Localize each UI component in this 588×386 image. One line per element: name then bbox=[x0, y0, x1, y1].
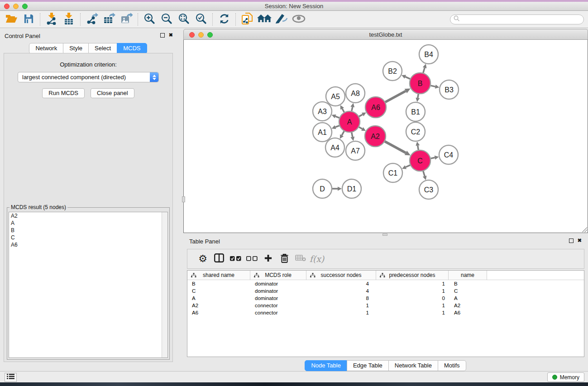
mcds-result-item[interactable]: A bbox=[9, 219, 167, 227]
search-input[interactable] bbox=[450, 14, 584, 24]
clone-network-button[interactable] bbox=[239, 12, 256, 27]
table-row[interactable]: A6connector11A6 bbox=[187, 309, 584, 316]
import-network-button[interactable] bbox=[43, 12, 60, 27]
table-cell[interactable]: 1 bbox=[376, 280, 449, 287]
import-table-button[interactable] bbox=[60, 12, 77, 27]
column-header-shared-name[interactable]: shared name bbox=[187, 271, 250, 280]
table-cell[interactable]: 1 bbox=[376, 309, 449, 316]
tab-select[interactable]: Select bbox=[88, 43, 117, 54]
export-table-button[interactable] bbox=[100, 12, 118, 27]
edge-A-A6[interactable] bbox=[359, 114, 363, 116]
column-header-MCDS-role[interactable]: MCDS role bbox=[250, 271, 306, 280]
edge-A-A4[interactable] bbox=[342, 131, 344, 135]
table-cell[interactable]: A bbox=[449, 295, 487, 302]
network-window-titlebar[interactable]: testGlobe.txt bbox=[183, 29, 588, 40]
edge-C-C4[interactable] bbox=[431, 157, 435, 158]
table-tab-motifs[interactable]: Motifs bbox=[438, 360, 466, 371]
home-views-icon-button[interactable] bbox=[256, 12, 273, 27]
mcds-result-item[interactable]: B bbox=[9, 227, 167, 234]
table-row[interactable]: Bdominator41B bbox=[187, 280, 584, 287]
edge-B-B3[interactable] bbox=[430, 86, 435, 86]
tab-network[interactable]: Network bbox=[29, 43, 63, 54]
edge-A2-C[interactable] bbox=[385, 141, 406, 152]
table-cell[interactable]: B bbox=[449, 280, 487, 287]
criterion-dropdown[interactable]: largest connected component (directed) bbox=[18, 72, 159, 82]
table-cell[interactable]: A6 bbox=[449, 309, 487, 316]
mcds-result-item[interactable]: A2 bbox=[9, 212, 167, 219]
edge-B-B2[interactable] bbox=[405, 77, 410, 79]
delete-table-button[interactable] bbox=[292, 251, 309, 267]
split-panes-button[interactable] bbox=[211, 251, 227, 267]
node-table[interactable]: shared nameMCDS rolesuccessor nodesprede… bbox=[187, 270, 584, 357]
float-panel-button[interactable] bbox=[160, 33, 165, 38]
table-tab-network-table[interactable]: Network Table bbox=[388, 360, 438, 371]
network-canvas[interactable]: B4B2BB3A8A5A6B1A3AC2A1A2A4A7C4CC1C3DD1 bbox=[183, 40, 588, 233]
edge-B-B4[interactable] bbox=[423, 68, 425, 73]
column-header-predecessor-nodes[interactable]: predecessor nodes bbox=[376, 271, 449, 280]
select-all-rows-button[interactable] bbox=[227, 251, 244, 267]
table-cell[interactable]: A2 bbox=[449, 302, 487, 309]
table-tab-edge-table[interactable]: Edge Table bbox=[347, 360, 389, 371]
edge-B-B1[interactable] bbox=[418, 94, 418, 98]
table-row[interactable]: Adominator80A bbox=[187, 295, 584, 302]
table-cell[interactable]: A2 bbox=[187, 302, 250, 309]
show-panels-button[interactable] bbox=[290, 12, 307, 27]
edge-A-A2[interactable] bbox=[359, 127, 362, 129]
mcds-result-item[interactable]: C bbox=[9, 234, 167, 241]
add-column-button[interactable] bbox=[260, 251, 276, 267]
table-row[interactable]: Cdominator41C bbox=[187, 287, 584, 295]
zoom-fit-button[interactable] bbox=[175, 12, 192, 27]
refresh-layout-button[interactable] bbox=[215, 12, 233, 27]
table-cell[interactable]: 1 bbox=[376, 302, 449, 309]
zoom-selected-button[interactable] bbox=[192, 12, 210, 27]
function-builder-button[interactable]: f(x) bbox=[309, 251, 325, 267]
deselect-all-rows-button[interactable] bbox=[244, 251, 260, 267]
column-header-successor-nodes[interactable]: successor nodes bbox=[306, 271, 376, 280]
edge-C-C1[interactable] bbox=[406, 165, 410, 167]
edge-C-C3[interactable] bbox=[423, 171, 425, 176]
tab-mcds[interactable]: MCDS bbox=[117, 43, 147, 54]
edge-A-A7[interactable] bbox=[352, 133, 353, 137]
table-cell[interactable]: C bbox=[187, 287, 250, 295]
edge-A6-B[interactable] bbox=[385, 91, 406, 102]
table-settings-button[interactable]: ⚙ bbox=[195, 251, 211, 267]
maximize-window-button[interactable] bbox=[22, 4, 28, 9]
run-mcds-button[interactable]: Run MCDS bbox=[42, 88, 85, 98]
close-table-panel-button[interactable]: ✖ bbox=[578, 238, 582, 243]
table-cell[interactable]: 1 bbox=[306, 309, 376, 316]
network-graph[interactable]: B4B2BB3A8A5A6B1A3AC2A1A2A4A7C4CC1C3DD1 bbox=[184, 40, 587, 232]
table-cell[interactable]: connector bbox=[250, 309, 306, 316]
minimize-window-button[interactable] bbox=[13, 4, 19, 9]
open-session-button[interactable] bbox=[3, 12, 20, 27]
tab-style[interactable]: Style bbox=[63, 43, 89, 54]
float-table-panel-button[interactable] bbox=[569, 238, 574, 243]
table-cell[interactable]: C bbox=[449, 287, 487, 295]
splitter-grip[interactable] bbox=[182, 196, 185, 202]
hide-panels-button[interactable] bbox=[273, 12, 290, 27]
export-image-button[interactable] bbox=[118, 12, 135, 27]
zoom-out-button[interactable] bbox=[158, 12, 175, 27]
edge-A-A1[interactable] bbox=[335, 126, 339, 127]
table-cell[interactable]: 1 bbox=[376, 287, 449, 295]
resize-handle[interactable] bbox=[581, 226, 587, 232]
table-cell[interactable]: 1 bbox=[306, 302, 376, 309]
table-row[interactable]: A2connector11A2 bbox=[187, 302, 584, 309]
close-panel-icon-button[interactable]: ✖ bbox=[169, 33, 173, 38]
list-scrollbar[interactable] bbox=[162, 212, 167, 357]
close-panel-button[interactable]: Close panel bbox=[91, 88, 134, 98]
edge-A-A5[interactable] bbox=[342, 109, 344, 112]
save-session-button[interactable] bbox=[20, 12, 37, 27]
table-cell[interactable]: connector bbox=[250, 302, 306, 309]
table-tab-node-table[interactable]: Node Table bbox=[305, 360, 347, 371]
edge-A-A3[interactable] bbox=[335, 116, 339, 118]
maximize-network-button[interactable] bbox=[207, 32, 213, 38]
table-cell[interactable]: dominator bbox=[250, 295, 306, 302]
mcds-result-item[interactable]: A6 bbox=[9, 241, 167, 248]
edge-C-C2[interactable] bbox=[418, 146, 419, 150]
close-window-button[interactable] bbox=[4, 4, 10, 9]
export-network-button[interactable] bbox=[83, 12, 100, 27]
table-cell[interactable]: dominator bbox=[250, 287, 306, 295]
table-cell[interactable]: A6 bbox=[187, 309, 250, 316]
edge-A-A8[interactable] bbox=[352, 107, 353, 111]
table-cell[interactable]: 8 bbox=[306, 295, 376, 302]
